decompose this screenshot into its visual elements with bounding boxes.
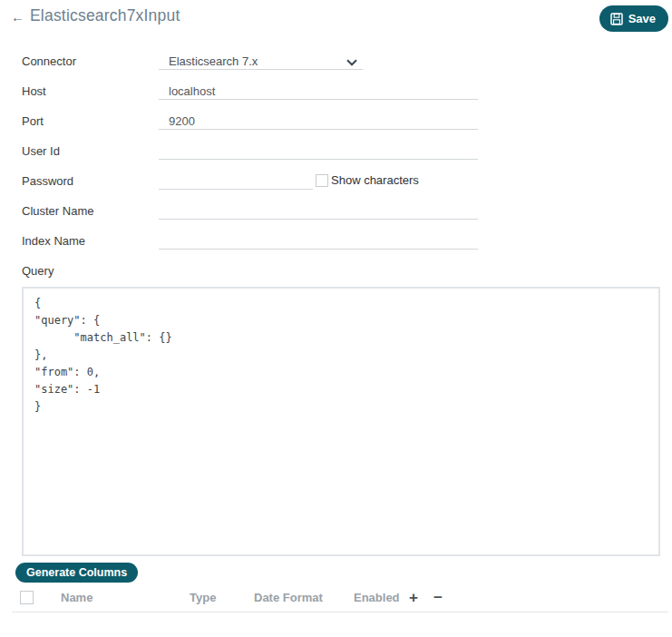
connector-form: Connector Elasticsearch 7.x Host Port (22, 53, 478, 280)
show-characters-option[interactable]: Show characters (316, 172, 419, 187)
save-icon (610, 13, 623, 25)
connector-row: Connector Elasticsearch 7.x (22, 53, 478, 83)
columns-table-header: Name Type Date Format Enabled + − (0, 588, 672, 606)
user-id-label: User Id (22, 142, 159, 158)
index-name-label: Index Name (22, 232, 159, 248)
index-name-row: Index Name (22, 232, 478, 262)
save-button[interactable]: Save (599, 5, 668, 32)
connector-settings-page: ← Elasticsearch7xInput Save Connector El… (0, 0, 672, 637)
save-button-label: Save (628, 12, 656, 25)
query-row: Query (22, 262, 478, 280)
remove-column-icon[interactable]: − (433, 590, 443, 605)
generate-columns-button[interactable]: Generate Columns (15, 563, 138, 583)
column-header-date-format: Date Format (254, 591, 354, 604)
user-id-input[interactable] (159, 143, 478, 159)
column-header-enabled: Enabled (354, 591, 409, 604)
user-id-row: User Id (22, 142, 478, 172)
password-label: Password (22, 172, 159, 188)
column-header-name: Name (61, 591, 190, 604)
host-label: Host (22, 83, 159, 98)
host-row: Host (22, 83, 478, 113)
query-label: Query (22, 262, 159, 278)
column-header-type: Type (190, 591, 254, 604)
show-characters-label: Show characters (331, 173, 419, 187)
add-column-icon[interactable]: + (409, 590, 418, 605)
cluster-name-row: Cluster Name (22, 202, 478, 232)
show-characters-checkbox[interactable] (316, 174, 328, 187)
back-button[interactable]: ← (7, 7, 28, 26)
host-input[interactable] (159, 83, 478, 99)
connector-selected-value: Elasticsearch 7.x (169, 54, 258, 68)
cluster-name-label: Cluster Name (22, 202, 159, 218)
query-textarea[interactable]: { "query": { "match_all": {} }, "from": … (22, 287, 660, 556)
password-row: Password Show characters (22, 172, 478, 202)
columns-divider (12, 612, 668, 612)
port-input[interactable] (159, 113, 478, 129)
chevron-down-icon (346, 54, 357, 70)
port-row: Port (22, 113, 478, 142)
select-all-checkbox[interactable] (20, 591, 34, 604)
password-input[interactable] (159, 173, 313, 189)
page-title: Elasticsearch7xInput (30, 6, 180, 25)
connector-label: Connector (22, 53, 159, 68)
index-name-input[interactable] (159, 233, 478, 249)
cluster-name-input[interactable] (159, 203, 478, 219)
connector-select[interactable]: Elasticsearch 7.x (159, 53, 363, 70)
port-label: Port (22, 113, 159, 128)
